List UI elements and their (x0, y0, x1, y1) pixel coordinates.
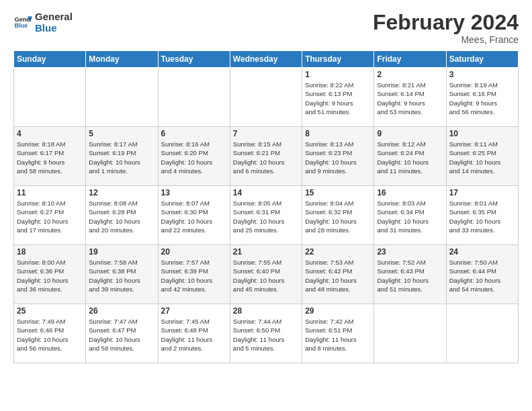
day-detail: Sunrise: 7:42 AM Sunset: 6:51 PM Dayligh… (305, 317, 371, 353)
calendar-cell: 18Sunrise: 8:00 AM Sunset: 6:36 PM Dayli… (14, 245, 86, 304)
day-number: 28 (233, 306, 299, 316)
logo-general-text: General (35, 11, 73, 22)
calendar-cell: 25Sunrise: 7:49 AM Sunset: 6:46 PM Dayli… (14, 304, 86, 363)
calendar-cell: 13Sunrise: 8:07 AM Sunset: 6:30 PM Dayli… (158, 186, 230, 245)
day-number: 24 (449, 247, 515, 257)
day-detail: Sunrise: 8:22 AM Sunset: 6:13 PM Dayligh… (305, 81, 371, 116)
day-number: 10 (449, 129, 515, 138)
day-number: 25 (17, 306, 83, 316)
calendar-cell: 14Sunrise: 8:05 AM Sunset: 6:31 PM Dayli… (230, 186, 302, 245)
calendar-week-row: 4Sunrise: 8:18 AM Sunset: 6:17 PM Daylig… (14, 127, 519, 186)
location: Mees, France (373, 34, 519, 45)
calendar-cell: 11Sunrise: 8:10 AM Sunset: 6:27 PM Dayli… (14, 186, 86, 245)
day-detail: Sunrise: 8:05 AM Sunset: 6:31 PM Dayligh… (233, 199, 299, 234)
day-number: 16 (377, 188, 443, 197)
calendar-header-row: Sunday Monday Tuesday Wednesday Thursday… (14, 51, 519, 68)
calendar-cell: 28Sunrise: 7:44 AM Sunset: 6:50 PM Dayli… (230, 304, 302, 363)
col-wednesday: Wednesday (230, 51, 302, 68)
col-thursday: Thursday (302, 51, 374, 68)
calendar-cell: 24Sunrise: 7:50 AM Sunset: 6:44 PM Dayli… (446, 245, 518, 304)
day-detail: Sunrise: 8:10 AM Sunset: 6:27 PM Dayligh… (17, 199, 83, 234)
svg-text:Blue: Blue (14, 22, 28, 29)
day-detail: Sunrise: 7:53 AM Sunset: 6:42 PM Dayligh… (305, 258, 371, 293)
calendar-cell: 20Sunrise: 7:57 AM Sunset: 6:39 PM Dayli… (158, 245, 230, 304)
calendar-cell: 3Sunrise: 8:19 AM Sunset: 6:16 PM Daylig… (446, 68, 518, 127)
day-number: 29 (305, 306, 371, 316)
calendar-cell (446, 304, 518, 363)
calendar-cell: 22Sunrise: 7:53 AM Sunset: 6:42 PM Dayli… (302, 245, 374, 304)
day-number: 3 (449, 70, 515, 79)
month-title: February 2024 (373, 11, 519, 34)
day-detail: Sunrise: 8:07 AM Sunset: 6:30 PM Dayligh… (161, 199, 227, 234)
day-detail: Sunrise: 8:16 AM Sunset: 6:20 PM Dayligh… (161, 140, 227, 175)
day-number: 2 (377, 70, 443, 79)
day-detail: Sunrise: 7:45 AM Sunset: 6:48 PM Dayligh… (161, 317, 227, 353)
calendar-cell: 10Sunrise: 8:11 AM Sunset: 6:25 PM Dayli… (446, 127, 518, 186)
day-detail: Sunrise: 7:44 AM Sunset: 6:50 PM Dayligh… (233, 317, 299, 353)
calendar-cell: 4Sunrise: 8:18 AM Sunset: 6:17 PM Daylig… (14, 127, 86, 186)
day-detail: Sunrise: 7:50 AM Sunset: 6:44 PM Dayligh… (449, 258, 515, 293)
calendar-cell: 19Sunrise: 7:58 AM Sunset: 6:38 PM Dayli… (86, 245, 158, 304)
day-detail: Sunrise: 8:03 AM Sunset: 6:34 PM Dayligh… (377, 199, 443, 234)
day-number: 12 (89, 188, 154, 197)
calendar-cell (230, 68, 302, 127)
day-detail: Sunrise: 8:19 AM Sunset: 6:16 PM Dayligh… (449, 81, 515, 116)
day-number: 11 (17, 188, 83, 197)
day-number: 20 (161, 247, 227, 257)
day-detail: Sunrise: 8:17 AM Sunset: 6:19 PM Dayligh… (89, 140, 154, 175)
day-number: 13 (161, 188, 227, 197)
col-monday: Monday (86, 51, 158, 68)
calendar-cell: 9Sunrise: 8:12 AM Sunset: 6:24 PM Daylig… (374, 127, 446, 186)
day-number: 15 (305, 188, 371, 197)
logo: General Blue General Blue (13, 11, 73, 34)
logo-blue-text: Blue (35, 22, 73, 34)
day-number: 17 (449, 188, 515, 197)
col-saturday: Saturday (446, 51, 518, 68)
day-detail: Sunrise: 7:52 AM Sunset: 6:43 PM Dayligh… (377, 258, 443, 293)
calendar-cell (86, 68, 158, 127)
day-number: 4 (17, 129, 83, 138)
calendar-cell: 5Sunrise: 8:17 AM Sunset: 6:19 PM Daylig… (86, 127, 158, 186)
col-friday: Friday (374, 51, 446, 68)
day-number: 9 (377, 129, 443, 138)
col-tuesday: Tuesday (158, 51, 230, 68)
calendar-week-row: 11Sunrise: 8:10 AM Sunset: 6:27 PM Dayli… (14, 186, 519, 245)
day-detail: Sunrise: 8:12 AM Sunset: 6:24 PM Dayligh… (377, 140, 443, 175)
day-detail: Sunrise: 8:15 AM Sunset: 6:21 PM Dayligh… (233, 140, 299, 175)
title-block: February 2024 Mees, France (373, 11, 519, 45)
day-detail: Sunrise: 8:18 AM Sunset: 6:17 PM Dayligh… (17, 140, 83, 175)
page-header: General Blue General Blue February 2024 … (13, 11, 519, 45)
calendar-cell: 15Sunrise: 8:04 AM Sunset: 6:32 PM Dayli… (302, 186, 374, 245)
calendar-cell (158, 68, 230, 127)
calendar-cell (14, 68, 86, 127)
day-number: 6 (161, 129, 227, 138)
calendar-cell: 8Sunrise: 8:13 AM Sunset: 6:23 PM Daylig… (302, 127, 374, 186)
calendar-cell: 1Sunrise: 8:22 AM Sunset: 6:13 PM Daylig… (302, 68, 374, 127)
day-detail: Sunrise: 7:49 AM Sunset: 6:46 PM Dayligh… (17, 317, 83, 353)
day-detail: Sunrise: 8:01 AM Sunset: 6:35 PM Dayligh… (449, 199, 515, 234)
day-number: 23 (377, 247, 443, 257)
day-number: 5 (89, 129, 154, 138)
day-number: 19 (89, 247, 154, 257)
calendar-cell: 17Sunrise: 8:01 AM Sunset: 6:35 PM Dayli… (446, 186, 518, 245)
day-detail: Sunrise: 8:00 AM Sunset: 6:36 PM Dayligh… (17, 258, 83, 293)
calendar-week-row: 25Sunrise: 7:49 AM Sunset: 6:46 PM Dayli… (14, 304, 519, 363)
calendar-cell (374, 304, 446, 363)
calendar-cell: 21Sunrise: 7:55 AM Sunset: 6:40 PM Dayli… (230, 245, 302, 304)
day-detail: Sunrise: 7:47 AM Sunset: 6:47 PM Dayligh… (89, 317, 154, 353)
day-number: 7 (233, 129, 299, 138)
calendar-cell: 26Sunrise: 7:47 AM Sunset: 6:47 PM Dayli… (86, 304, 158, 363)
day-number: 1 (305, 70, 371, 79)
day-detail: Sunrise: 8:11 AM Sunset: 6:25 PM Dayligh… (449, 140, 515, 175)
logo-icon: General Blue (13, 13, 32, 32)
day-detail: Sunrise: 7:58 AM Sunset: 6:38 PM Dayligh… (89, 258, 154, 293)
day-detail: Sunrise: 7:55 AM Sunset: 6:40 PM Dayligh… (233, 258, 299, 293)
day-number: 27 (161, 306, 227, 316)
calendar-cell: 6Sunrise: 8:16 AM Sunset: 6:20 PM Daylig… (158, 127, 230, 186)
calendar-cell: 23Sunrise: 7:52 AM Sunset: 6:43 PM Dayli… (374, 245, 446, 304)
col-sunday: Sunday (14, 51, 86, 68)
day-detail: Sunrise: 7:57 AM Sunset: 6:39 PM Dayligh… (161, 258, 227, 293)
calendar-cell: 2Sunrise: 8:21 AM Sunset: 6:14 PM Daylig… (374, 68, 446, 127)
calendar-week-row: 1Sunrise: 8:22 AM Sunset: 6:13 PM Daylig… (14, 68, 519, 127)
day-number: 18 (17, 247, 83, 257)
